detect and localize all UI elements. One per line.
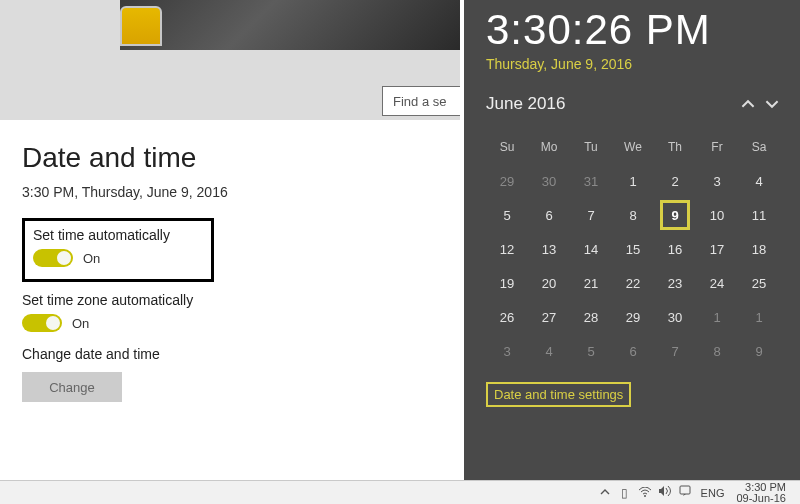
taskbar-clock[interactable]: 3:30 PM 09-Jun-16 <box>730 482 794 504</box>
set-time-auto-label: Set time automatically <box>33 227 203 243</box>
set-zone-auto-state: On <box>72 316 89 331</box>
change-button[interactable]: Change <box>22 372 122 402</box>
calendar-day[interactable]: 26 <box>486 300 528 334</box>
taskbar-time: 3:30 PM <box>736 482 786 493</box>
weekday-header: Th <box>654 130 696 164</box>
calendar-day[interactable]: 6 <box>528 198 570 232</box>
change-datetime-label: Change date and time <box>22 346 438 362</box>
calendar-day[interactable]: 5 <box>570 334 612 368</box>
calendar-day[interactable]: 30 <box>654 300 696 334</box>
calendar-day[interactable]: 3 <box>696 164 738 198</box>
calendar-day[interactable]: 27 <box>528 300 570 334</box>
calendar-day[interactable]: 12 <box>486 232 528 266</box>
weekday-header: Sa <box>738 130 780 164</box>
calendar-day[interactable]: 17 <box>696 232 738 266</box>
calendar-day[interactable]: 10 <box>696 198 738 232</box>
taskbar-date: 09-Jun-16 <box>736 493 786 504</box>
language-indicator[interactable]: ENG <box>695 487 731 499</box>
taskbar: ▯ ENG 3:30 PM 09-Jun-16 <box>0 480 800 504</box>
calendar-day[interactable]: 29 <box>612 300 654 334</box>
calendar-day[interactable]: 8 <box>696 334 738 368</box>
calendar-flyout: 3:30:26 PM Thursday, June 9, 2016 June 2… <box>464 0 800 480</box>
set-zone-auto-toggle[interactable] <box>22 314 62 332</box>
set-time-auto-toggle[interactable] <box>33 249 73 267</box>
tray-overflow-button[interactable] <box>595 486 615 500</box>
weekday-header: Tu <box>570 130 612 164</box>
calendar-day[interactable]: 5 <box>486 198 528 232</box>
calendar-day[interactable]: 19 <box>486 266 528 300</box>
prev-month-button[interactable] <box>736 92 760 116</box>
hero-decoration <box>120 6 162 46</box>
settings-body: Date and time 3:30 PM, Thursday, June 9,… <box>0 120 460 480</box>
calendar-day[interactable]: 1 <box>612 164 654 198</box>
set-zone-auto-label: Set time zone automatically <box>22 292 438 308</box>
calendar-day[interactable]: 13 <box>528 232 570 266</box>
speaker-icon <box>658 485 672 497</box>
annotation-highlight: Set time automatically On <box>22 218 214 282</box>
weekday-header: Fr <box>696 130 738 164</box>
calendar-day[interactable]: 6 <box>612 334 654 368</box>
calendar-day[interactable]: 8 <box>612 198 654 232</box>
wifi-icon[interactable] <box>635 486 655 500</box>
calendar-day[interactable]: 24 <box>696 266 738 300</box>
volume-icon[interactable] <box>655 485 675 500</box>
calendar-day[interactable]: 4 <box>738 164 780 198</box>
set-time-auto-state: On <box>83 251 100 266</box>
settings-header-band: Find a se <box>0 0 460 120</box>
settings-search-input[interactable]: Find a se <box>382 86 460 116</box>
account-hero-image <box>120 0 460 50</box>
month-label[interactable]: June 2016 <box>486 94 736 114</box>
calendar-day[interactable]: 4 <box>528 334 570 368</box>
flyout-clock: 3:30:26 PM <box>486 6 784 54</box>
calendar-day[interactable]: 28 <box>570 300 612 334</box>
calendar-day[interactable]: 1 <box>696 300 738 334</box>
page-title: Date and time <box>22 142 438 174</box>
weekday-header: Su <box>486 130 528 164</box>
calendar-day[interactable]: 29 <box>486 164 528 198</box>
battery-icon[interactable]: ▯ <box>615 486 635 500</box>
calendar-day[interactable]: 30 <box>528 164 570 198</box>
calendar-day[interactable]: 15 <box>612 232 654 266</box>
calendar-day[interactable]: 1 <box>738 300 780 334</box>
next-month-button[interactable] <box>760 92 784 116</box>
calendar-day[interactable]: 7 <box>570 198 612 232</box>
calendar-day[interactable]: 22 <box>612 266 654 300</box>
calendar-day[interactable]: 11 <box>738 198 780 232</box>
svg-rect-1 <box>680 486 690 494</box>
calendar-day[interactable]: 7 <box>654 334 696 368</box>
calendar-day-today[interactable]: 9 <box>654 198 696 232</box>
calendar-grid: SuMoTuWeThFrSa 2930311234567891011121314… <box>486 130 784 368</box>
calendar-day[interactable]: 2 <box>654 164 696 198</box>
chevron-down-icon <box>765 97 779 111</box>
flyout-date: Thursday, June 9, 2016 <box>486 56 784 72</box>
calendar-day[interactable]: 25 <box>738 266 780 300</box>
calendar-day[interactable]: 23 <box>654 266 696 300</box>
calendar-day[interactable]: 14 <box>570 232 612 266</box>
action-center-icon[interactable] <box>675 485 695 500</box>
calendar-day[interactable]: 9 <box>738 334 780 368</box>
calendar-day[interactable]: 3 <box>486 334 528 368</box>
calendar-day[interactable]: 20 <box>528 266 570 300</box>
calendar-day[interactable]: 16 <box>654 232 696 266</box>
calendar-day[interactable]: 18 <box>738 232 780 266</box>
chevron-up-icon <box>600 487 610 497</box>
svg-point-0 <box>644 495 646 497</box>
weekday-header: Mo <box>528 130 570 164</box>
date-time-settings-link[interactable]: Date and time settings <box>486 382 631 407</box>
notification-icon <box>679 485 691 497</box>
wifi-icon <box>638 487 652 497</box>
search-placeholder: Find a se <box>393 94 446 109</box>
calendar-day[interactable]: 31 <box>570 164 612 198</box>
chevron-up-icon <box>741 97 755 111</box>
calendar-day[interactable]: 21 <box>570 266 612 300</box>
weekday-header: We <box>612 130 654 164</box>
current-datetime-text: 3:30 PM, Thursday, June 9, 2016 <box>22 184 438 200</box>
